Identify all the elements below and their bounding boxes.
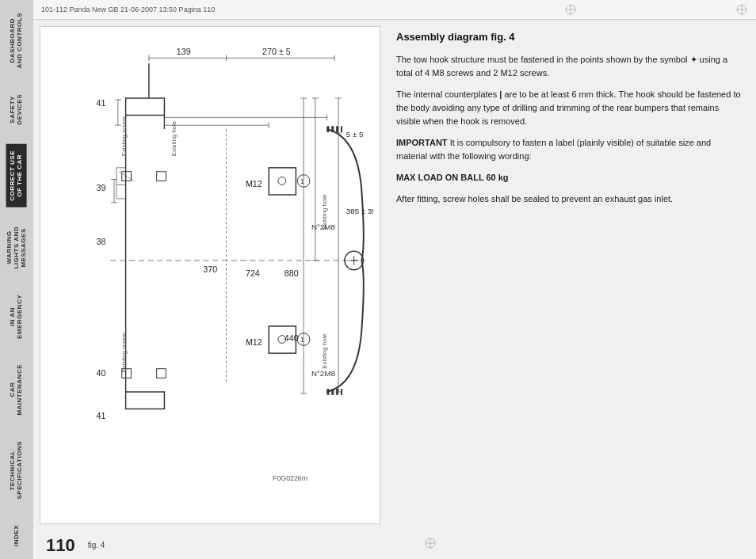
assembly-diagram: 139 270 ± 5 41 5 ± 5 385 ± 35: [48, 35, 373, 486]
svg-point-36: [278, 177, 286, 185]
para-important: IMPORTANT It is compulsory to fasten a l…: [396, 136, 743, 163]
header-text: 101-112 Panda New GB 21-06-2007 13:50 Pa…: [41, 6, 215, 13]
svg-rect-19: [126, 98, 165, 115]
svg-text:41: 41: [97, 98, 106, 108]
sidebar-item-emergency[interactable]: IN ANEMERGENCY: [6, 288, 27, 345]
svg-text:270 ± 5: 270 ± 5: [262, 47, 291, 56]
para-sealing: After fitting, screw holes shall be seal…: [396, 192, 743, 206]
reg-mark-bottom: [424, 537, 437, 549]
svg-rect-22: [126, 392, 165, 409]
svg-text:139: 139: [177, 47, 191, 56]
content-area: 139 270 ± 5 41 5 ± 5 385 ± 35: [33, 20, 756, 530]
svg-text:M12: M12: [246, 337, 262, 347]
svg-text:Existing screw: Existing screw: [120, 116, 128, 156]
svg-text:Existing hole: Existing hole: [321, 195, 328, 230]
svg-text:880: 880: [284, 268, 299, 278]
svg-text:39: 39: [97, 183, 106, 192]
svg-text:M12: M12: [246, 179, 262, 188]
page-number: 110: [40, 532, 82, 557]
svg-text:N°2M8: N°2M8: [311, 369, 335, 378]
svg-text:41: 41: [97, 411, 106, 420]
svg-text:F0G0226m: F0G0226m: [273, 474, 307, 482]
para-2: The internal counterplates | are to be a…: [396, 88, 743, 128]
sidebar-item-correct-use[interactable]: CORRECT USEOF THE CAR: [6, 144, 27, 207]
para-maxload: MAX LOAD ON BALL 60 kg: [396, 171, 743, 184]
header-bar: 101-112 Panda New GB 21-06-2007 13:50 Pa…: [33, 0, 756, 20]
svg-text:40: 40: [97, 368, 106, 378]
reg-mark-left: [564, 3, 577, 16]
svg-text:724: 724: [246, 268, 260, 278]
para-1: The tow hook structure must be fastened …: [396, 53, 743, 80]
svg-text:Existing hole: Existing hole: [321, 333, 328, 368]
svg-text:38: 38: [97, 237, 106, 246]
sidebar-item-technical[interactable]: TECHNICALSPECIFICATIONS: [6, 435, 27, 506]
diagram-panel: 139 270 ± 5 41 5 ± 5 385 ± 35: [40, 26, 380, 524]
svg-line-59: [119, 172, 135, 181]
sidebar-item-dashboard[interactable]: DASHBOARDAND CONTROLS: [6, 6, 27, 74]
text-panel: Assembly diagram fig. 4 The tow hook str…: [390, 26, 750, 524]
section-title: Assembly diagram fig. 4: [396, 29, 743, 45]
sidebar-item-index[interactable]: INDEX: [10, 519, 24, 553]
svg-text:370: 370: [203, 264, 217, 274]
sidebar: DASHBOARDAND CONTROLS SAFETYDEVICES CORR…: [0, 0, 33, 559]
bottom-bar: 110 fig. 4: [33, 530, 756, 559]
fig-caption: fig. 4: [82, 539, 112, 551]
svg-rect-60: [157, 172, 166, 181]
svg-text:Existing screw: Existing screw: [120, 333, 128, 372]
sidebar-item-maintenance[interactable]: CARMAINTENANCE: [6, 358, 27, 422]
svg-text:385 ± 35: 385 ± 35: [346, 207, 373, 215]
main-content: 101-112 Panda New GB 21-06-2007 13:50 Pa…: [33, 0, 756, 559]
svg-text:5 ± 5: 5 ± 5: [346, 130, 364, 139]
svg-rect-62: [157, 369, 166, 378]
reg-mark-right: [735, 3, 748, 16]
sidebar-item-safety[interactable]: SAFETYDEVICES: [6, 88, 27, 131]
svg-rect-35: [269, 168, 296, 195]
svg-text:Existing hole: Existing hole: [170, 121, 178, 156]
sidebar-item-warning[interactable]: WARNINGLIGHTS ANDMESSAGES: [3, 220, 30, 276]
